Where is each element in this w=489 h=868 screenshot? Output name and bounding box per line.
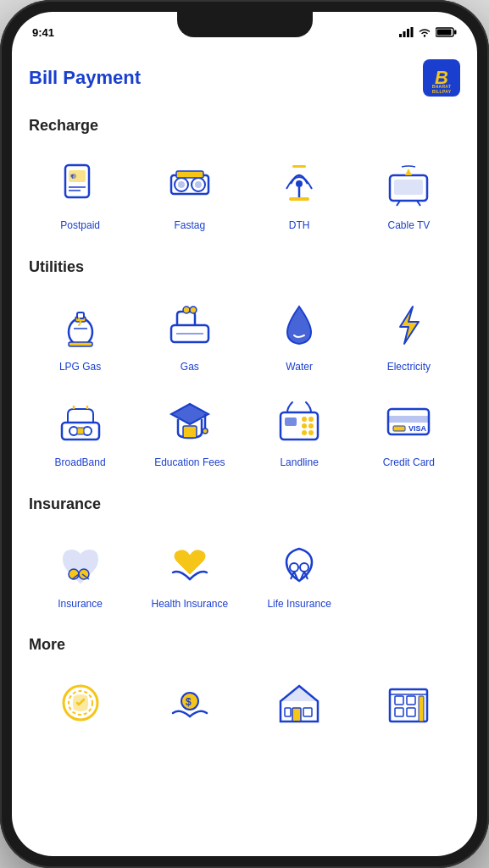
phone-screen: 9:41 [12, 12, 477, 856]
water-label: Water [286, 361, 313, 374]
svg-point-48 [203, 428, 208, 434]
svg-rect-83 [407, 696, 415, 705]
insurance-section: Insurance Insurance [29, 495, 460, 616]
postpaid-item[interactable]: ₹ Postpaid [29, 148, 131, 238]
utilities-section: Utilities [29, 258, 460, 475]
gas-item[interactable]: Gas [138, 290, 241, 379]
svg-point-51 [302, 417, 307, 422]
insurance-item[interactable]: Insurance [29, 527, 131, 616]
svg-point-66 [300, 563, 308, 572]
water-icon [269, 295, 330, 356]
status-icons [399, 27, 457, 37]
gas-label: Gas [181, 361, 199, 374]
svg-rect-0 [399, 34, 402, 37]
gas-icon [159, 295, 220, 356]
svg-point-54 [308, 423, 314, 428]
fastag-label: Fastag [175, 219, 206, 233]
lpggas-item[interactable]: LPG Gas [29, 290, 131, 379]
phone-frame: 9:41 [0, 0, 489, 868]
lifeinsurance-item[interactable]: Life Insurance [248, 527, 351, 616]
healthinsurance-item[interactable]: Health Insurance [138, 527, 241, 616]
svg-point-4 [424, 35, 425, 36]
educationfees-item[interactable]: Education Fees [138, 385, 241, 475]
svg-point-53 [302, 423, 307, 428]
svg-rect-77 [292, 708, 301, 721]
svg-rect-7 [454, 30, 457, 35]
postpaid-icon: ₹ [50, 153, 111, 214]
wifi-icon [418, 27, 431, 37]
electricity-item[interactable]: Electricity [358, 290, 460, 379]
creditcard-item[interactable]: VISA Credit Card [358, 385, 460, 475]
screen-content: Bill Payment B BHARATBILLPAY Recharge [12, 49, 477, 856]
svg-point-65 [290, 563, 298, 572]
svg-point-34 [183, 307, 190, 313]
healthinsurance-icon [159, 532, 220, 593]
landline-icon [269, 390, 330, 451]
lpggas-icon [50, 295, 111, 356]
svg-point-20 [296, 180, 303, 187]
insurance-icon [50, 532, 111, 593]
svg-rect-32 [69, 342, 92, 346]
landline-label: Landline [280, 456, 318, 470]
svg-point-56 [308, 430, 314, 435]
svg-rect-86 [419, 696, 424, 721]
signal-icon [399, 27, 414, 37]
creditcard-icon: VISA [378, 390, 439, 451]
lpggas-label: LPG Gas [59, 361, 101, 374]
postpaid-label: Postpaid [60, 219, 100, 233]
cabletv-label: Cable TV [387, 219, 430, 233]
svg-rect-17 [176, 171, 203, 178]
svg-rect-30 [77, 312, 84, 318]
insurance-title: Insurance [29, 495, 460, 513]
svg-rect-59 [393, 426, 405, 431]
recharge-title: Recharge [29, 117, 460, 135]
svg-rect-50 [285, 417, 297, 426]
loan-icon: $ [159, 672, 220, 733]
svg-rect-82 [395, 696, 403, 705]
svg-rect-23 [292, 165, 306, 168]
svg-point-35 [190, 307, 197, 313]
educationfees-icon [159, 390, 220, 451]
notch [177, 12, 313, 37]
svg-rect-1 [403, 31, 406, 37]
more-grid: $ [29, 667, 460, 744]
dth-item[interactable]: DTH [248, 148, 351, 238]
housing-item[interactable] [248, 667, 351, 744]
cabletv-item[interactable]: Cable TV [358, 148, 460, 238]
svg-text:VISA: VISA [408, 424, 427, 433]
svg-rect-22 [289, 197, 309, 201]
broadband-item[interactable]: BroadBand [29, 385, 131, 475]
svg-rect-46 [183, 426, 197, 438]
svg-point-19 [195, 181, 202, 188]
fastag-icon [159, 153, 220, 214]
svg-marker-37 [400, 307, 419, 344]
svg-text:$: $ [186, 696, 192, 708]
svg-marker-44 [171, 404, 208, 424]
dth-icon [269, 153, 330, 214]
logo-subtext: BHARATBILLPAY [432, 84, 452, 94]
subscription-icon [50, 672, 111, 733]
svg-rect-78 [303, 708, 312, 716]
municipal-item[interactable] [358, 667, 460, 744]
landline-item[interactable]: Landline [248, 385, 351, 475]
svg-rect-58 [388, 416, 429, 423]
battery-icon [436, 27, 457, 37]
housing-icon [269, 672, 330, 733]
svg-text:₹: ₹ [70, 174, 74, 180]
time: 9:41 [32, 26, 54, 39]
more-title: More [29, 636, 460, 654]
loan-item[interactable]: $ [138, 667, 241, 744]
fastag-item[interactable]: Fastag [138, 148, 241, 238]
lifeinsurance-label: Life Insurance [267, 598, 331, 611]
municipal-icon [378, 672, 439, 733]
svg-rect-25 [394, 180, 423, 195]
svg-marker-76 [281, 686, 318, 701]
subscription-item[interactable] [29, 667, 131, 744]
svg-rect-2 [407, 29, 409, 37]
svg-rect-6 [437, 30, 452, 36]
empty-insurance [358, 527, 460, 616]
brand-logo: B BHARATBILLPAY [423, 59, 460, 97]
cabletv-icon [378, 153, 439, 214]
svg-rect-85 [407, 708, 415, 716]
water-item[interactable]: Water [248, 290, 351, 379]
